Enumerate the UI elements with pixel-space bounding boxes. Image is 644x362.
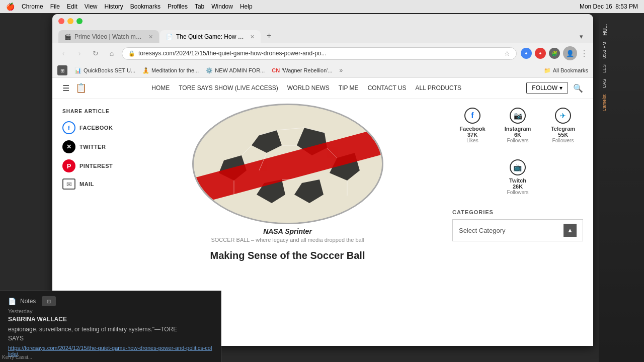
- traffic-light-maximize[interactable]: [76, 18, 83, 24]
- back-button[interactable]: ‹: [57, 47, 69, 59]
- share-facebook[interactable]: f FACEBOOK: [62, 121, 123, 134]
- menu-window[interactable]: Window: [211, 3, 233, 10]
- twitch-card[interactable]: 📺 Twitch 26K Followers: [499, 155, 537, 199]
- twitch-icon: 📺: [513, 163, 522, 171]
- browser-toolbar: ‹ › ↻ ⌂ 🔒 toresays.com/2024/12/15/the-qu…: [52, 43, 593, 63]
- nav-world-news[interactable]: WORLD NEWS: [287, 84, 330, 92]
- apple-logo[interactable]: 🍎: [6, 3, 15, 11]
- browser-ext-3[interactable]: 🧩: [549, 48, 560, 59]
- menu-chrome[interactable]: Chrome: [22, 3, 43, 10]
- menu-file[interactable]: File: [50, 3, 60, 10]
- nav-tip-me[interactable]: TIP ME: [339, 84, 359, 92]
- browser-menu-button[interactable]: ⋮: [580, 49, 588, 58]
- bookmark-quickbooks[interactable]: 📊 QuickBooks SET U...: [74, 67, 135, 74]
- menu-history[interactable]: History: [105, 3, 123, 10]
- category-arrow-icon[interactable]: ▲: [564, 224, 577, 237]
- share-twitter[interactable]: ✕ TWITTER: [62, 140, 123, 153]
- article-center: NASA Sprinter SOCCER BALL – where legacy…: [133, 99, 442, 266]
- notes-link[interactable]: https://toresays.com/2024/12/15/the-quie…: [8, 345, 213, 357]
- share-mail[interactable]: ✉ MAIL: [62, 178, 123, 190]
- notes-overlay: 📄 Notes ⊡ Yesterday SABRINA WALLACE espi…: [0, 291, 221, 362]
- right-edge-text-2: LES: [602, 64, 641, 73]
- nav-tore-show[interactable]: TORE SAYS SHOW (LIVE ACCESS): [179, 84, 278, 92]
- social-telegram-card[interactable]: ✈ Telegram 55K Followers: [543, 104, 583, 147]
- tab-1-title: Prime Video | Watch movies...: [74, 33, 143, 40]
- bookmark-wagner[interactable]: CN 'Wagner Rebellion'...: [272, 67, 332, 73]
- search-button[interactable]: 🔍: [573, 83, 583, 93]
- address-bar[interactable]: 🔒 toresays.com/2024/12/15/the-quiet-game…: [122, 47, 517, 60]
- twitch-count: 26K: [513, 184, 523, 190]
- apps-button[interactable]: ⊞: [57, 65, 67, 75]
- right-edge-camelot: Camelot: [602, 95, 641, 112]
- menu-edit[interactable]: Edit: [67, 3, 77, 10]
- image-caption-sub: SOCCER BALL – where legacy and all media…: [211, 237, 364, 243]
- telegram-social-count: 55K: [558, 132, 568, 138]
- bookmark-wagner-label: 'Wagner Rebellion'...: [282, 67, 332, 73]
- share-title: SHARE ARTICLE: [62, 109, 123, 114]
- address-security-icon: 🔒: [128, 50, 135, 57]
- bookmark-admin-label: NEW ADMIN FOR...: [215, 67, 265, 73]
- follow-button[interactable]: FOLLOW ▾: [526, 82, 568, 94]
- twitch-unit: Followers: [507, 190, 529, 195]
- forward-button[interactable]: ›: [73, 47, 86, 59]
- menu-view[interactable]: View: [85, 3, 98, 10]
- tab-1-close[interactable]: ✕: [148, 34, 153, 40]
- site-header: ☰ 📋 HOME TORE SAYS SHOW (LIVE ACCESS) WO…: [52, 78, 593, 99]
- traffic-light-close[interactable]: [58, 18, 64, 24]
- right-edge-time: 8:53 PM: [602, 42, 641, 59]
- nav-products[interactable]: ALL PRODUCTS: [416, 84, 462, 92]
- bookmark-admin[interactable]: ⚙️ NEW ADMIN FOR...: [206, 67, 265, 74]
- address-star[interactable]: ☆: [504, 50, 510, 57]
- facebook-social-name: Facebook: [459, 126, 485, 132]
- share-pinterest-label: PINTEREST: [79, 163, 113, 169]
- facebook-social-unit: Likes: [466, 138, 478, 143]
- social-instagram-card[interactable]: 📷 Instagram 6K Followers: [498, 104, 538, 147]
- menu-profiles[interactable]: Profiles: [168, 3, 188, 10]
- instagram-social-icon: 📷: [514, 112, 522, 120]
- site-logo-icon: 📋: [75, 82, 87, 94]
- tab-2-close[interactable]: ✕: [250, 34, 255, 40]
- facebook-social-icon: f: [471, 111, 473, 120]
- tab-2-title: The Quiet Game: How Dron...: [176, 33, 245, 40]
- menu-bookmarks[interactable]: Bookmarks: [130, 3, 160, 10]
- hamburger-menu[interactable]: ☰: [62, 83, 69, 93]
- notes-icon: 📄: [8, 298, 16, 305]
- categories-section: CATEGORIES Select Category ▲: [452, 209, 583, 241]
- instagram-social-name: Instagram: [505, 126, 531, 132]
- menu-help[interactable]: Help: [240, 3, 253, 10]
- right-sidebar: f Facebook 37K Likes 📷 Instagram: [442, 99, 593, 266]
- reload-button[interactable]: ↻: [90, 47, 102, 59]
- notes-text: espionage, surveillance, or testing of m…: [8, 325, 213, 343]
- share-mail-label: MAIL: [79, 181, 94, 187]
- menu-tab[interactable]: Tab: [195, 3, 204, 10]
- profile-avatar[interactable]: 👤: [563, 46, 577, 60]
- bookmark-meditation[interactable]: 🧘 Meditation for the...: [142, 67, 199, 74]
- instagram-social-unit: Followers: [507, 138, 529, 143]
- share-pinterest[interactable]: P PINTEREST: [62, 159, 123, 172]
- twitch-name: Twitch: [509, 177, 526, 184]
- category-select[interactable]: Select Category ▲: [452, 219, 583, 241]
- bookmarks-overflow[interactable]: »: [340, 67, 343, 74]
- all-bookmarks[interactable]: 📁 All Bookmarks: [544, 67, 588, 74]
- nav-contact[interactable]: CONTACT US: [368, 84, 407, 92]
- facebook-social-count: 37K: [467, 132, 477, 138]
- facebook-icon: f: [68, 124, 70, 132]
- nav-home[interactable]: HOME: [151, 84, 170, 92]
- browser-ext-2[interactable]: ●: [535, 48, 546, 59]
- main-content: SHARE ARTICLE f FACEBOOK ✕ TWITTER: [52, 99, 593, 266]
- browser-tab-2[interactable]: 📄 The Quiet Game: How Dron... ✕: [160, 30, 261, 43]
- social-facebook-card[interactable]: f Facebook 37K Likes: [452, 104, 493, 147]
- browser-tab-1[interactable]: 🎬 Prime Video | Watch movies... ✕: [58, 30, 159, 43]
- add-tab-button[interactable]: +: [262, 28, 276, 43]
- traffic-light-minimize[interactable]: [67, 18, 73, 24]
- instagram-social-count: 6K: [514, 132, 521, 138]
- tab-list-arrow[interactable]: ▾: [576, 30, 587, 43]
- address-text: toresays.com/2024/12/15/the-quiet-game-h…: [138, 50, 501, 57]
- browser-chrome: 🎬 Prime Video | Watch movies... ✕ 📄 The …: [52, 14, 593, 43]
- follow-arrow-icon: ▾: [559, 84, 562, 92]
- category-placeholder: Select Category: [459, 227, 506, 234]
- share-facebook-label: FACEBOOK: [79, 125, 113, 131]
- browser-ext-1[interactable]: ●: [521, 48, 532, 59]
- notes-expand-btn[interactable]: ⊡: [42, 296, 56, 306]
- home-button[interactable]: ⌂: [106, 47, 118, 59]
